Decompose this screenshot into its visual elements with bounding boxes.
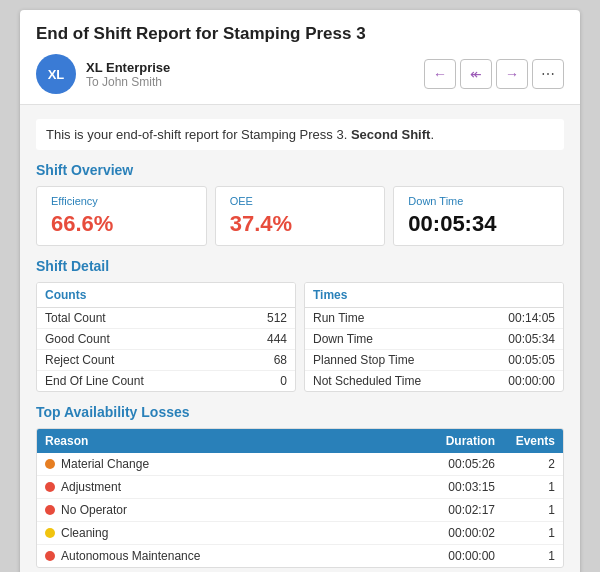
losses-duration-3: 00:00:02 <box>413 522 503 544</box>
time-label-3: Not Scheduled Time <box>313 374 421 388</box>
losses-reason-text-4: Autonomous Maintenance <box>61 549 200 563</box>
efficiency-label: Efficiency <box>51 195 192 207</box>
table-row: Total Count 512 <box>37 308 295 329</box>
time-label-0: Run Time <box>313 311 364 325</box>
count-value-0: 512 <box>267 311 287 325</box>
list-item: Adjustment 00:03:15 1 <box>37 476 563 499</box>
losses-table: Reason Duration Events Material Change 0… <box>36 428 564 568</box>
oee-label: OEE <box>230 195 371 207</box>
intro-after: . <box>430 127 434 142</box>
dot-icon-3 <box>45 528 55 538</box>
losses-duration-1: 00:03:15 <box>413 476 503 498</box>
efficiency-card: Efficiency 66.6% <box>36 186 207 246</box>
oee-value: 37.4% <box>230 211 371 237</box>
losses-reason-3: Cleaning <box>37 522 413 544</box>
losses-reason-4: Autonomous Maintenance <box>37 545 413 567</box>
list-item: Cleaning 00:00:02 1 <box>37 522 563 545</box>
shift-overview-title: Shift Overview <box>36 162 564 178</box>
list-item: Autonomous Maintenance 00:00:00 1 <box>37 545 563 567</box>
counts-table: Counts Total Count 512 Good Count 444 Re… <box>36 282 296 392</box>
time-value-0: 00:14:05 <box>508 311 555 325</box>
col-duration: Duration <box>413 429 503 453</box>
email-title: End of Shift Report for Stamping Press 3 <box>36 24 564 44</box>
more-button[interactable]: ⋯ <box>532 59 564 89</box>
count-label-3: End Of Line Count <box>45 374 144 388</box>
sender-to: To John Smith <box>86 75 170 89</box>
losses-events-4: 1 <box>503 545 563 567</box>
losses-reason-1: Adjustment <box>37 476 413 498</box>
efficiency-value: 66.6% <box>51 211 192 237</box>
avatar: XL <box>36 54 76 94</box>
losses-reason-text-3: Cleaning <box>61 526 108 540</box>
times-table: Times Run Time 00:14:05 Down Time 00:05:… <box>304 282 564 392</box>
table-row: Good Count 444 <box>37 329 295 350</box>
time-label-1: Down Time <box>313 332 373 346</box>
email-meta: XL XL Enterprise To John Smith ← ↞ → ⋯ <box>36 54 564 94</box>
count-label-0: Total Count <box>45 311 106 325</box>
forward-button[interactable]: → <box>496 59 528 89</box>
times-header: Times <box>305 283 563 308</box>
col-reason: Reason <box>37 429 413 453</box>
losses-duration-2: 00:02:17 <box>413 499 503 521</box>
time-value-3: 00:00:00 <box>508 374 555 388</box>
shift-detail-section: Shift Detail Counts Total Count 512 Good… <box>36 258 564 392</box>
losses-reason-2: No Operator <box>37 499 413 521</box>
intro-text: This is your end-of-shift report for Sta… <box>36 119 564 150</box>
time-value-2: 00:05:05 <box>508 353 555 367</box>
dot-icon-2 <box>45 505 55 515</box>
oee-card: OEE 37.4% <box>215 186 386 246</box>
table-row: Planned Stop Time 00:05:05 <box>305 350 563 371</box>
table-row: End Of Line Count 0 <box>37 371 295 391</box>
sender-name: XL Enterprise <box>86 60 170 75</box>
email-container: End of Shift Report for Stamping Press 3… <box>20 10 580 572</box>
sender-details: XL Enterprise To John Smith <box>86 60 170 89</box>
availability-losses-section: Top Availability Losses Reason Duration … <box>36 404 564 568</box>
count-value-1: 444 <box>267 332 287 346</box>
detail-tables: Counts Total Count 512 Good Count 444 Re… <box>36 282 564 392</box>
losses-events-3: 1 <box>503 522 563 544</box>
downtime-label: Down Time <box>408 195 549 207</box>
overview-cards: Efficiency 66.6% OEE 37.4% Down Time 00:… <box>36 186 564 246</box>
shift-overview-section: Shift Overview Efficiency 66.6% OEE 37.4… <box>36 162 564 246</box>
losses-duration-0: 00:05:26 <box>413 453 503 475</box>
losses-table-header: Reason Duration Events <box>37 429 563 453</box>
back-alt-button[interactable]: ↞ <box>460 59 492 89</box>
dot-icon-1 <box>45 482 55 492</box>
email-header: End of Shift Report for Stamping Press 3… <box>20 10 580 105</box>
dot-icon-4 <box>45 551 55 561</box>
intro-before: This is your end-of-shift report for Sta… <box>46 127 347 142</box>
dot-icon-0 <box>45 459 55 469</box>
losses-reason-0: Material Change <box>37 453 413 475</box>
list-item: No Operator 00:02:17 1 <box>37 499 563 522</box>
shift-detail-title: Shift Detail <box>36 258 564 274</box>
sender-info: XL XL Enterprise To John Smith <box>36 54 170 94</box>
losses-reason-text-0: Material Change <box>61 457 149 471</box>
email-body: This is your end-of-shift report for Sta… <box>20 105 580 572</box>
time-value-1: 00:05:34 <box>508 332 555 346</box>
table-row: Not Scheduled Time 00:00:00 <box>305 371 563 391</box>
count-value-3: 0 <box>280 374 287 388</box>
losses-events-0: 2 <box>503 453 563 475</box>
toolbar: ← ↞ → ⋯ <box>424 59 564 89</box>
back-button[interactable]: ← <box>424 59 456 89</box>
downtime-card: Down Time 00:05:34 <box>393 186 564 246</box>
time-label-2: Planned Stop Time <box>313 353 414 367</box>
losses-reason-text-2: No Operator <box>61 503 127 517</box>
table-row: Run Time 00:14:05 <box>305 308 563 329</box>
count-value-2: 68 <box>274 353 287 367</box>
table-row: Reject Count 68 <box>37 350 295 371</box>
list-item: Material Change 00:05:26 2 <box>37 453 563 476</box>
downtime-value: 00:05:34 <box>408 211 549 237</box>
table-row: Down Time 00:05:34 <box>305 329 563 350</box>
col-events: Events <box>503 429 563 453</box>
intro-bold: Second Shift <box>351 127 430 142</box>
count-label-2: Reject Count <box>45 353 114 367</box>
availability-losses-title: Top Availability Losses <box>36 404 564 420</box>
losses-events-1: 1 <box>503 476 563 498</box>
losses-reason-text-1: Adjustment <box>61 480 121 494</box>
losses-events-2: 1 <box>503 499 563 521</box>
count-label-1: Good Count <box>45 332 110 346</box>
counts-header: Counts <box>37 283 295 308</box>
losses-duration-4: 00:00:00 <box>413 545 503 567</box>
